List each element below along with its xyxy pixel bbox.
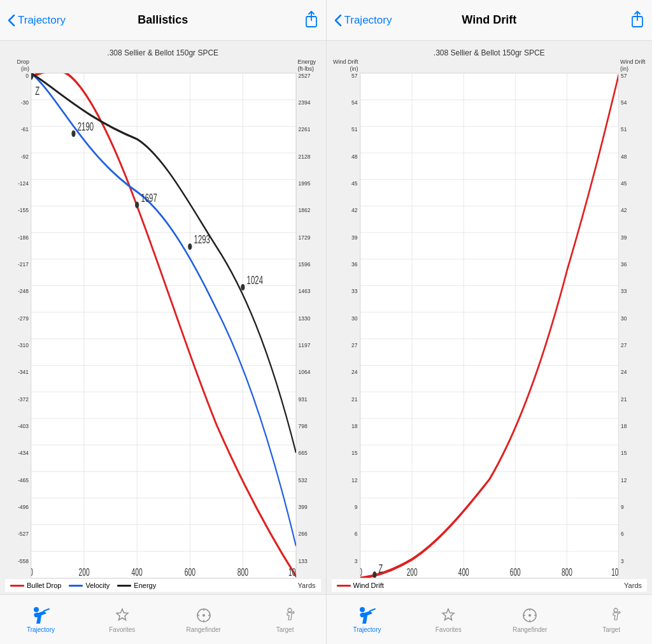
svg-text:Z: Z: [378, 561, 383, 575]
left-back-label: Trajectory: [18, 14, 66, 27]
svg-point-34: [188, 243, 192, 250]
wind-drift-line: [337, 585, 351, 587]
svg-point-36: [241, 283, 244, 290]
left-tab-target[interactable]: Target: [244, 595, 326, 644]
svg-point-86: [360, 607, 365, 612]
right-title: Wind Drift: [462, 13, 516, 27]
wind-drift-y-right-header: Wind Drift(in): [619, 59, 647, 73]
right-back-label: Trajectory: [344, 14, 392, 27]
energy-label: Energy: [134, 582, 156, 589]
legend-velocity: Velocity: [69, 582, 110, 589]
ballistics-chart-title: .308 Sellier & Bellot 150gr SPCE: [3, 48, 323, 57]
left-tab-target-label: Target: [276, 626, 294, 633]
svg-text:800: 800: [237, 566, 248, 578]
wind-drift-y-axis-left: 57545148454239363330272421181512963: [332, 73, 360, 578]
legend-energy: Energy: [117, 582, 156, 589]
nav-bar: Trajectory Ballistics Trajectory Wind Dr…: [0, 0, 652, 41]
svg-text:1697: 1697: [141, 190, 157, 204]
ballistics-panel: .308 Sellier & Bellot 150gr SPCE Drop(in…: [0, 41, 327, 594]
right-nav-panel: Trajectory Wind Drift: [327, 0, 653, 40]
svg-text:0: 0: [360, 566, 362, 578]
svg-point-93: [614, 608, 618, 612]
left-share-button[interactable]: [304, 10, 318, 31]
right-tab-trajectory-label: Trajectory: [353, 626, 381, 633]
left-tab-trajectory[interactable]: Trajectory: [0, 595, 82, 644]
right-tab-favorites-label: Favorites: [436, 626, 462, 633]
svg-point-78: [34, 607, 39, 612]
main-content: .308 Sellier & Bellot 150gr SPCE Drop(in…: [0, 41, 652, 594]
right-tab-favorites[interactable]: Favorites: [408, 595, 489, 644]
ballistics-legend: Bullet Drop Velocity Energy Yards: [5, 578, 321, 592]
right-tab-half: Trajectory Favorites Rangefinder: [327, 595, 653, 644]
svg-text:1000: 1000: [288, 566, 296, 578]
wind-drift-y-axis-right: 57545148454239363330272421181512963: [619, 73, 647, 578]
ballistics-y-right-header: Energy(ft-lbs): [297, 59, 321, 73]
left-tab-favorites-label: Favorites: [109, 626, 135, 633]
svg-text:400: 400: [458, 566, 469, 578]
svg-point-84: [202, 614, 205, 617]
wind-drift-legend: Wind Drift Yards: [332, 578, 648, 592]
right-tab-rangefinder-label: Rangefinder: [513, 626, 547, 633]
wind-drift-label: Wind Drift: [353, 582, 384, 589]
svg-point-32: [135, 201, 139, 208]
energy-line: [117, 585, 131, 587]
right-tab-rangefinder[interactable]: Rangefinder: [489, 595, 570, 644]
svg-text:200: 200: [406, 566, 417, 578]
right-back-button[interactable]: Trajectory: [334, 14, 392, 27]
legend-bullet-drop: Bullet Drop: [10, 582, 61, 589]
bullet-drop-line: [10, 585, 24, 587]
wind-drift-panel: .308 Sellier & Bellot 150gr SPCE Wind Dr…: [327, 41, 653, 594]
svg-point-92: [528, 614, 531, 617]
wind-drift-y-left-header: Wind Drift(in): [332, 59, 360, 73]
left-tab-half: Trajectory Favorites Rangefinder: [0, 595, 327, 644]
svg-text:200: 200: [78, 566, 89, 578]
velocity-line: [69, 585, 83, 587]
svg-text:0: 0: [31, 566, 33, 578]
left-title: Ballistics: [138, 13, 188, 27]
legend-wind-drift: Wind Drift: [337, 582, 384, 589]
ballistics-y-axis-left: 0-30-61-92-124-155-186-217-248-279-310-3…: [5, 73, 31, 578]
right-tab-target[interactable]: Target: [570, 595, 652, 644]
ballistics-y-left-header: Drop(in): [5, 59, 31, 73]
left-tab-favorites[interactable]: Favorites: [82, 595, 163, 644]
left-tab-rangefinder-label: Rangefinder: [186, 626, 220, 633]
velocity-label: Velocity: [85, 582, 110, 589]
wind-drift-x-label: Yards: [392, 582, 642, 589]
svg-point-85: [288, 608, 292, 612]
svg-text:400: 400: [132, 566, 143, 578]
svg-text:Z: Z: [35, 84, 39, 97]
right-share-button[interactable]: [630, 10, 644, 31]
svg-text:2190: 2190: [78, 119, 94, 132]
svg-text:1000: 1000: [611, 566, 618, 578]
svg-text:600: 600: [509, 566, 520, 578]
wind-drift-chart-title: .308 Sellier & Bellot 150gr SPCE: [329, 48, 650, 57]
left-tab-rangefinder[interactable]: Rangefinder: [163, 595, 244, 644]
left-nav-panel: Trajectory Ballistics: [0, 0, 327, 40]
ballistics-y-axis-right: 2527239422612128199518621729159614631330…: [297, 73, 321, 578]
left-tab-trajectory-label: Trajectory: [27, 626, 55, 633]
bullet-drop-label: Bullet Drop: [27, 582, 61, 589]
left-back-button[interactable]: Trajectory: [8, 14, 66, 27]
svg-text:1293: 1293: [194, 233, 210, 246]
right-tab-trajectory[interactable]: Trajectory: [327, 595, 408, 644]
ballistics-x-label: Yards: [164, 582, 315, 589]
svg-text:1024: 1024: [247, 273, 264, 286]
svg-point-30: [71, 130, 75, 136]
svg-text:600: 600: [185, 566, 195, 578]
right-tab-target-label: Target: [602, 626, 620, 633]
svg-text:800: 800: [561, 566, 572, 578]
svg-point-70: [372, 571, 376, 578]
tab-bar: Trajectory Favorites Rangefinder: [0, 594, 652, 644]
